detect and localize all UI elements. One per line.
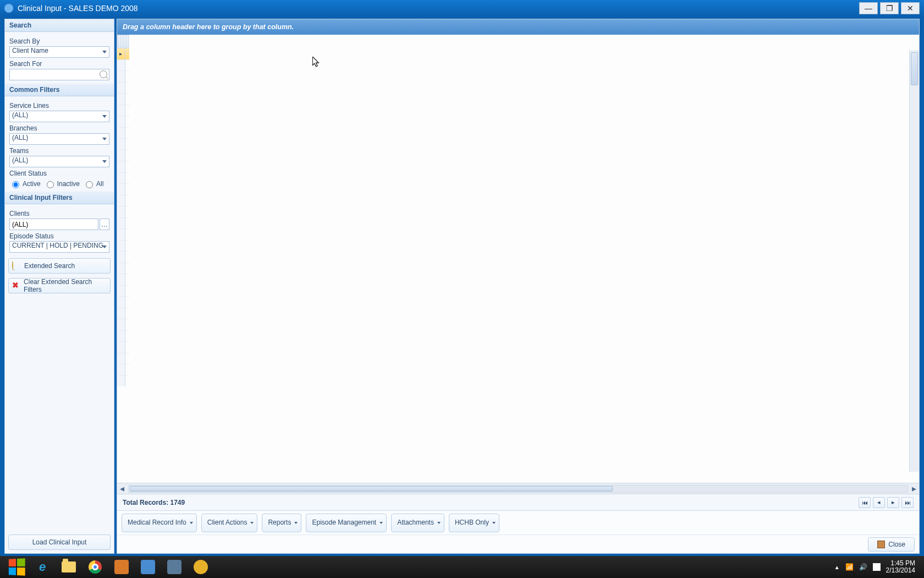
search-by-label: Search By — [9, 37, 109, 45]
taskbar-chrome-icon[interactable] — [82, 557, 108, 577]
table-row[interactable]: SMITH, NORA K.ORM00002474801MED ADV NON … — [117, 94, 129, 105]
search-by-combo[interactable]: Client Name — [9, 46, 109, 58]
table-row[interactable]: SMITH, ALISA A.POC00001912701MEDICARENGS… — [117, 48, 129, 60]
horizontal-scrollbar[interactable]: ◂ ▸ — [117, 483, 919, 494]
row-indicator — [117, 364, 125, 375]
table-row[interactable]: SOUTHARD, JOSELYN F.POC00002526901MEDICA… — [117, 206, 129, 218]
table-row[interactable]: SOUTHARD, JOSE V L.SLC00002541501COMMERC… — [117, 195, 129, 207]
row-indicator — [117, 353, 125, 364]
clients-ellipsis-button[interactable]: … — [100, 219, 109, 230]
pager-first-button[interactable]: ⏮ — [859, 497, 871, 508]
table-row[interactable]: SPARKS, MARILYN G.TWF00002055501MEDICARE… — [117, 229, 129, 241]
search-for-input[interactable] — [9, 69, 109, 80]
pager-prev-button[interactable]: ◂ — [873, 497, 885, 508]
group-by-hint[interactable]: Drag a column header here to group by th… — [117, 19, 919, 35]
table-row[interactable]: SNELSON, CLARA C.POC00002314901MEDICAREN… — [117, 150, 129, 162]
reports-button[interactable]: Reports — [262, 514, 301, 532]
start-button[interactable] — [4, 557, 29, 577]
teams-label: Teams — [9, 147, 109, 155]
cell-care-type: MED-SURG,S — [129, 353, 130, 364]
table-row[interactable]: ST CLAIR, CONSUELO W.SLC00000647001MEDIC… — [117, 286, 129, 297]
taskbar-app-icon-2[interactable] — [135, 557, 161, 577]
table-row[interactable]: SNEAD, GERALD W.OGD00000757001MEDICARECA… — [117, 139, 129, 150]
table-row[interactable]: SOMJEN, JULIUS A.ORH00001505502MEDICAREC… — [117, 184, 129, 195]
pager-last-button[interactable]: ⏭ — [901, 497, 914, 508]
tray-show-hidden-icon[interactable]: ▲ — [834, 564, 840, 570]
client-actions-button[interactable]: Client Actions — [201, 514, 258, 532]
pager-next-button[interactable]: ▸ — [887, 497, 899, 508]
table-row[interactable]: SNIVELY, DORSEY E.NAM00001467001MEDICARE… — [117, 161, 129, 173]
episode-status-label: Episode Status — [9, 232, 109, 240]
hscroll-thumb[interactable] — [130, 486, 613, 492]
table-row[interactable]: SMITH, JAMES L.PAY00000804001MEDICARECAH… — [117, 60, 129, 72]
episode-status-combo[interactable]: CURRENT | HOLD | PENDING — [9, 241, 109, 253]
cell-care-type: MED-SURG — [129, 184, 130, 195]
medical-record-info-button[interactable]: Medical Record Info — [122, 514, 197, 532]
table-row[interactable]: SMITHSON, CARMELO M.NAM00001786201MEDICA… — [117, 128, 129, 139]
search-icon[interactable] — [100, 70, 107, 78]
extended-search-button[interactable]: Extended Search — [8, 258, 111, 274]
table-row[interactable]: SMITH, TYRONHCH00002574302MEDICARECGS HO… — [117, 116, 129, 128]
row-indicator — [117, 83, 125, 94]
table-row[interactable]: SMITH, JAMESETTE B.REX00002115401MEDICAR… — [117, 71, 129, 83]
left-panel: Search Search By Client Name Search For … — [4, 19, 114, 554]
taskbar-app-icon-4[interactable] — [188, 557, 213, 577]
attachments-button[interactable]: Attachments — [391, 514, 444, 532]
tray-volume-icon[interactable]: 🔊 — [859, 563, 867, 571]
cell-care-type: SP - HTN,SP — [129, 319, 130, 330]
close-button[interactable]: Close — [868, 537, 915, 552]
teams-combo[interactable]: (ALL) — [9, 156, 109, 167]
taskbar-clock[interactable]: 1:45 PM 2/13/2014 — [886, 560, 915, 574]
table-row[interactable]: SMITH, THOMASHEB00002574801MEDICARECAHAB… — [117, 105, 129, 117]
taskbar-app-icon-1[interactable] — [109, 557, 134, 577]
col-care-type[interactable]: Care Type — [128, 35, 129, 48]
table-row[interactable]: SMITH, LOUISE M.NAM00001826501MED ADV NO… — [117, 83, 129, 94]
table-row[interactable]: STASSI, MARY LOUFRU00001711501MEDICARENG… — [117, 376, 129, 387]
tray-network-icon[interactable]: 📶 — [845, 563, 854, 571]
search-for-label: Search For — [9, 60, 109, 68]
table-row[interactable]: STANFORD, JOSEFA R.NAM00002321501MEDICAI… — [117, 319, 129, 331]
cell-care-type: DIABETES,S — [129, 218, 130, 229]
tray-action-center-icon[interactable] — [873, 563, 881, 571]
table-row[interactable]: STALLINGS, MARIUSFRU00001465401MEDICAREN… — [117, 308, 129, 320]
table-row[interactable]: SPITZNAGEL, ORALIA E.IFH00002474702MEDIC… — [117, 274, 129, 286]
service-lines-combo[interactable]: (ALL) — [9, 111, 109, 122]
radio-active[interactable]: Active — [9, 179, 41, 188]
radio-all[interactable]: All — [83, 179, 103, 188]
scroll-right-button[interactable]: ▸ — [909, 484, 919, 494]
table-row[interactable]: SPHALER, MARTHA W.POC00002495101MEDICARE… — [117, 252, 129, 263]
cell-care-type: BALANCE & — [129, 297, 130, 308]
load-clinical-input-button[interactable]: Load Clinical Input — [8, 535, 111, 550]
branches-combo[interactable]: (ALL) — [9, 133, 109, 145]
table-row[interactable]: SPENCE, MARTHATWF00002217501MEDICARENGS0… — [117, 241, 129, 252]
clients-input[interactable] — [9, 219, 98, 230]
taskbar-app-icon-3[interactable] — [162, 557, 187, 577]
row-indicator — [117, 218, 125, 229]
scrollbar-thumb[interactable] — [911, 52, 918, 85]
cell-care-type: GEN ORTHO — [129, 263, 130, 274]
table-row[interactable]: STANISLAWSKI, MARYIDF00002432201MEDICARE… — [117, 342, 129, 353]
client-status-label: Client Status — [9, 170, 109, 177]
episode-management-button[interactable]: Episode Management — [306, 514, 387, 532]
table-row[interactable]: SOLLERS, DONALDIDF00002373601MEDICARENGS… — [117, 173, 129, 184]
table-row[interactable]: SPAHN, BERNICESLC00002512201MEDICARECAHA… — [117, 218, 129, 230]
table-row[interactable]: STARRATT, JOSE R.SLC00002076701COMMERCIA… — [117, 364, 129, 376]
vertical-scrollbar[interactable] — [909, 50, 919, 472]
cell-care-type: MED-SURG,S — [129, 229, 130, 240]
table-row[interactable]: STALLINGS, MARCELINETWF00002473401MEDICA… — [117, 297, 129, 308]
taskbar-ie-icon[interactable]: e — [30, 557, 55, 577]
service-lines-label: Service Lines — [9, 102, 109, 110]
table-row[interactable]: STANISLAWSKI, MARYIDF00002432201MEDICARE… — [117, 353, 129, 365]
cell-care-type: MED-SURG,C — [129, 241, 130, 252]
close-window-button[interactable]: ✕ — [901, 2, 920, 14]
clear-extended-search-button[interactable]: ✖ Clear Extended Search Filters — [8, 278, 111, 293]
hchb-only-button[interactable]: HCHB Only — [449, 514, 499, 532]
table-row[interactable]: STANISLAWSKI, MARCIA G.IDF00002028901MED… — [117, 331, 129, 342]
hscroll-track[interactable] — [128, 485, 908, 493]
scroll-left-button[interactable]: ◂ — [117, 484, 127, 494]
table-row[interactable]: SPIGNER, CHARLA B.OGD00002542301MEDICARE… — [117, 263, 129, 275]
maximize-button[interactable]: ❐ — [880, 2, 899, 14]
taskbar-explorer-icon[interactable] — [56, 557, 81, 577]
minimize-button[interactable]: — — [859, 2, 878, 14]
radio-inactive[interactable]: Inactive — [44, 179, 80, 188]
